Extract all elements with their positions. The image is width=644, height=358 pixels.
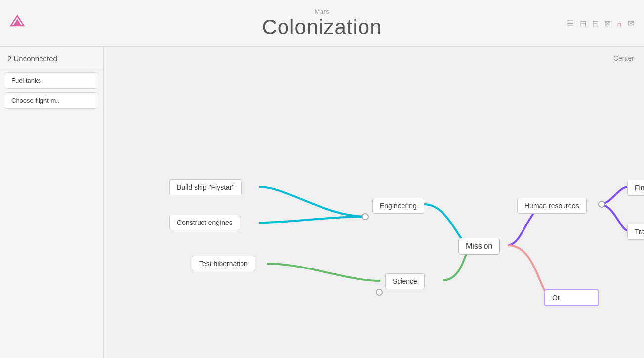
- center-button[interactable]: Center: [613, 54, 634, 62]
- science-connector: [376, 289, 383, 296]
- node-build-ship[interactable]: Build ship "Flystar": [169, 179, 242, 195]
- toolbar-icons: ☰ ⊞ ⊟ ⊠ ⑃ ✉: [567, 19, 634, 28]
- node-other[interactable]: Ot: [544, 289, 599, 306]
- unconnected-count: 2 Unconnected: [0, 47, 103, 68]
- mind-map-canvas: Center Build ship "Flystar" Construct en…: [104, 47, 644, 358]
- node-science[interactable]: Science: [385, 273, 425, 289]
- node-find-crew[interactable]: Find crew: [627, 180, 644, 196]
- node-mission[interactable]: Mission: [458, 238, 500, 255]
- grid1-icon[interactable]: ⊞: [580, 19, 586, 28]
- hr-connector: [598, 201, 605, 208]
- sidebar-item-choose-flight[interactable]: Choose flight m..: [5, 92, 98, 109]
- node-construct-engines[interactable]: Construct engines: [169, 215, 240, 230]
- share-icon[interactable]: ⑃: [617, 19, 622, 28]
- node-human-resources[interactable]: Human resources: [517, 198, 587, 214]
- node-train-crew[interactable]: Train crew: [627, 224, 644, 240]
- node-test-hibernation[interactable]: Test hibernation: [192, 256, 255, 271]
- page-subtitle: Mars: [262, 8, 382, 15]
- grid2-icon[interactable]: ⊟: [592, 19, 599, 28]
- header: Mars Colonization ☰ ⊞ ⊟ ⊠ ⑃ ✉: [0, 0, 644, 47]
- node-engineering[interactable]: Engineering: [372, 198, 424, 214]
- mail-icon[interactable]: ✉: [628, 19, 634, 28]
- logo[interactable]: [10, 15, 25, 32]
- grid3-icon[interactable]: ⊠: [604, 19, 611, 28]
- engineering-connector: [362, 213, 369, 220]
- sidebar: 2 Unconnected Fuel tanks Choose flight m…: [0, 47, 104, 358]
- page-main-title: Colonization: [262, 15, 382, 39]
- page-title: Mars Colonization: [262, 8, 382, 39]
- sidebar-item-fuel-tanks[interactable]: Fuel tanks: [5, 72, 98, 89]
- list-icon[interactable]: ☰: [567, 19, 574, 28]
